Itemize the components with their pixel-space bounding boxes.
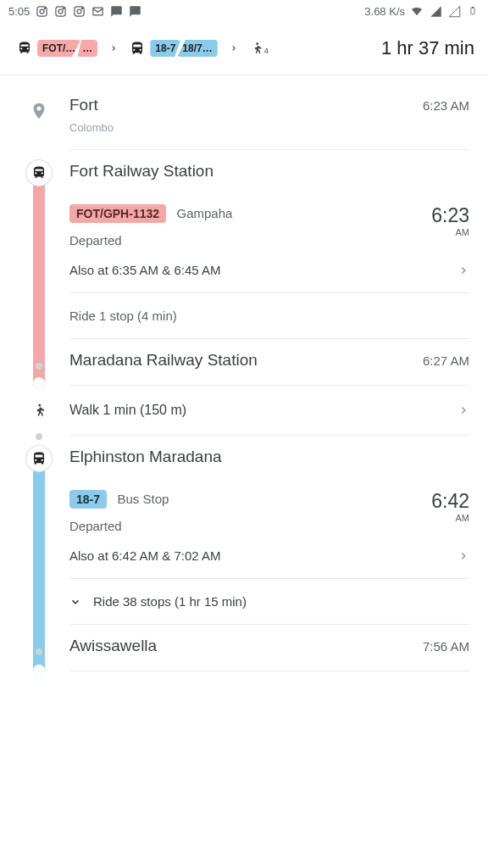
walk-row[interactable]: Walk 1 min (150 m): [69, 386, 469, 435]
svg-point-2: [44, 8, 45, 8]
total-duration: 1 hr 37 min: [381, 37, 474, 59]
chevron-down-icon: [69, 596, 81, 608]
svg-point-8: [81, 8, 82, 8]
bus-stops-expand-row[interactable]: Ride 38 stops (1 hr 15 min): [69, 579, 469, 624]
status-bar: 5:05 3.68 K/s: [0, 0, 488, 22]
bus-route-pill: 18-7: [69, 490, 107, 509]
instagram-icon: [72, 4, 86, 18]
bus-route-chip: 18-7: [150, 40, 180, 57]
wifi-icon: [410, 4, 424, 18]
train-status: Departed: [69, 233, 232, 248]
chat-icon: [109, 4, 123, 18]
origin-time: 6:23 AM: [423, 98, 469, 113]
train-destination: Gampaha: [176, 206, 232, 220]
chevron-right-icon: [226, 44, 241, 53]
train-alternatives-text: Also at 6:35 AM & 6:45 AM: [69, 263, 220, 277]
bus-ride-info: Ride 38 stops (1 hr 15 min): [93, 594, 247, 609]
bus-depart-ampm: AM: [431, 513, 469, 523]
train-ride-info: Ride 1 stop (4 min): [69, 293, 469, 338]
chat-icon: [128, 4, 141, 18]
train-depart-time: 6:23: [431, 204, 469, 226]
signal-icon: [429, 4, 442, 18]
chevron-right-icon: [458, 264, 469, 276]
route-details: Fort 6:23 AM Colombo Fort Railway Statio…: [0, 75, 488, 671]
train-alight-station: Maradana Railway Station: [69, 351, 258, 370]
chevron-right-icon: [458, 550, 469, 562]
train-route-chip: FOT/…: [37, 40, 80, 57]
bus-icon: [130, 41, 145, 56]
status-time: 5:05: [8, 5, 30, 18]
bus-alight-station: Awissawella: [69, 637, 157, 655]
summary-train-segment[interactable]: FOT/… …: [17, 40, 97, 57]
walk-icon: [31, 401, 47, 420]
svg-point-12: [256, 42, 258, 45]
bus-destination: Bus Stop: [117, 492, 169, 506]
svg-point-4: [58, 9, 63, 14]
bus-status: Departed: [69, 519, 169, 533]
train-route-chip-more: …: [77, 40, 97, 57]
bus-alight-time: 7:56 AM: [423, 639, 469, 654]
route-summary-bar: FOT/… … 18-7 18/7… 4 1 hr 37 min: [0, 22, 488, 75]
train-route-pill: FOT/GPH-1132: [69, 204, 166, 223]
train-alternatives-row[interactable]: Also at 6:35 AM & 6:45 AM: [69, 248, 469, 292]
dot-icon: [36, 363, 42, 370]
bus-alternatives-row[interactable]: Also at 6:42 AM & 7:02 AM: [69, 533, 469, 578]
origin-sublabel: Colombo: [69, 121, 469, 134]
train-alight-time: 6:27 AM: [423, 353, 469, 368]
summary-walk-segment[interactable]: 4: [250, 40, 269, 57]
train-depart-ampm: AM: [431, 227, 469, 237]
bus-boarding-station: Elphinston Maradana: [69, 436, 469, 466]
chevron-right-icon: [106, 44, 121, 53]
svg-point-1: [40, 9, 44, 14]
svg-point-5: [63, 8, 64, 8]
origin-name: Fort: [69, 96, 98, 114]
data-rate: 3.68 K/s: [364, 5, 405, 18]
svg-rect-11: [472, 7, 474, 8]
dot-icon: [36, 648, 42, 655]
signal-icon: [447, 4, 461, 18]
svg-point-13: [38, 404, 41, 407]
instagram-icon: [35, 4, 48, 18]
walk-text: Walk 1 min (150 m): [69, 403, 186, 418]
train-boarding-station: Fort Railway Station: [69, 150, 469, 181]
train-mode-badge: [26, 160, 52, 186]
battery-icon: [466, 4, 480, 18]
train-icon: [17, 41, 32, 56]
bus-depart-time: 6:42: [431, 490, 469, 512]
walk-minutes: 4: [264, 47, 269, 55]
svg-point-7: [77, 9, 81, 14]
instagram-icon: [53, 4, 67, 18]
bus-alternatives-text: Also at 6:42 AM & 7:02 AM: [69, 548, 220, 563]
chevron-right-icon: [458, 404, 469, 416]
walk-icon: [250, 40, 263, 57]
gmail-icon: [91, 4, 104, 18]
origin-pin-icon: [30, 99, 48, 123]
summary-bus-segment[interactable]: 18-7 18/7…: [130, 40, 217, 57]
bus-route-chip-more: 18/7…: [177, 40, 217, 57]
bus-mode-badge: [26, 446, 52, 471]
svg-rect-10: [471, 8, 474, 14]
